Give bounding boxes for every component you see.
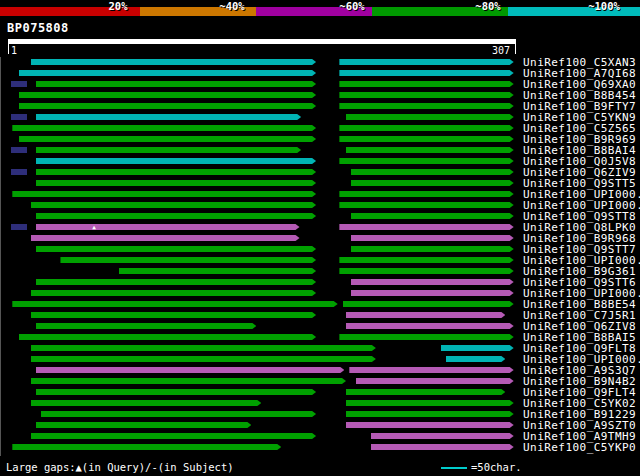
hit-subject-label[interactable]: UniRef100_C5YKP0	[523, 442, 636, 453]
hit-segment[interactable]	[19, 103, 316, 109]
hit-segment[interactable]	[36, 279, 317, 285]
hit-segment[interactable]	[339, 59, 513, 65]
scale-label: ~40%	[219, 0, 244, 12]
hit-segment[interactable]	[36, 224, 300, 230]
hit-segment[interactable]	[339, 334, 513, 340]
hit-segment[interactable]	[351, 169, 514, 175]
hit-segment[interactable]	[339, 191, 513, 197]
hit-segment[interactable]	[339, 92, 513, 98]
hit-segment[interactable]	[349, 367, 513, 373]
hit-segment[interactable]	[31, 312, 317, 318]
hit-segment[interactable]	[339, 125, 513, 131]
hit-segment[interactable]	[346, 422, 514, 428]
hit-segment[interactable]	[31, 433, 317, 439]
hit-segment[interactable]	[12, 301, 337, 307]
hit-segment[interactable]	[36, 213, 317, 219]
scale-label: ~60%	[339, 0, 364, 12]
hit-segment[interactable]	[371, 444, 514, 450]
hit-segment[interactable]	[11, 114, 28, 120]
query-gap-marker-icon: ▲	[92, 224, 96, 230]
hit-segment[interactable]	[11, 147, 28, 153]
hit-segment[interactable]	[31, 290, 317, 296]
hit-segment[interactable]	[371, 433, 514, 439]
hit-segment[interactable]	[339, 158, 513, 164]
hit-segment[interactable]	[31, 345, 376, 351]
hit-segment[interactable]	[41, 411, 317, 417]
hit-segment[interactable]	[346, 411, 514, 417]
hit-segment[interactable]	[19, 92, 316, 98]
hit-segment[interactable]	[339, 103, 513, 109]
hit-segment[interactable]	[351, 180, 514, 186]
hit-segment[interactable]	[36, 246, 317, 252]
hit-segment[interactable]	[36, 114, 302, 120]
hit-segment[interactable]	[339, 136, 513, 142]
hit-segment[interactable]	[36, 147, 302, 153]
hit-segment[interactable]	[31, 400, 262, 406]
hit-segment[interactable]	[339, 257, 513, 263]
query-title: BP075808	[7, 21, 69, 35]
hit-segment[interactable]	[339, 268, 513, 274]
scale-label: ~100%	[588, 0, 620, 12]
hit-segment[interactable]	[351, 246, 514, 252]
hit-segment[interactable]	[31, 378, 346, 384]
hit-segment[interactable]	[12, 444, 281, 450]
identity-scale-labels: 20%~40%~60%~80%~100%	[0, 0, 640, 12]
hit-segment[interactable]	[339, 202, 513, 208]
hit-segment[interactable]	[36, 81, 317, 87]
hit-segment[interactable]	[346, 312, 505, 318]
hit-segment[interactable]	[11, 81, 28, 87]
hit-segment[interactable]	[11, 224, 28, 230]
hit-segment[interactable]	[339, 224, 513, 230]
hit-segment[interactable]	[351, 213, 514, 219]
hit-segment[interactable]	[441, 345, 514, 351]
hit-segment[interactable]	[346, 147, 514, 153]
alignment-plot: UniRef100_C5XAN3UniRef100_A7QI68UniRef10…	[0, 57, 640, 456]
hit-segment[interactable]	[351, 279, 514, 285]
hit-segment[interactable]	[36, 323, 257, 329]
scale-legend-line	[441, 467, 467, 469]
hit-segment[interactable]	[11, 169, 28, 175]
hit-segment[interactable]	[36, 389, 317, 395]
hit-segment[interactable]	[31, 202, 317, 208]
hit-segment[interactable]	[36, 367, 345, 373]
hit-segment[interactable]	[12, 125, 316, 131]
hit-segment[interactable]	[346, 323, 514, 329]
hit-segment[interactable]	[31, 235, 300, 241]
hit-segment[interactable]	[19, 334, 316, 340]
hit-segment[interactable]	[119, 268, 317, 274]
hit-segment[interactable]	[36, 169, 317, 175]
hit-segment[interactable]	[346, 400, 514, 406]
hit-segment[interactable]	[339, 81, 513, 87]
query-start-tick	[8, 44, 9, 54]
hit-segment[interactable]	[19, 70, 316, 76]
hit-segment[interactable]	[446, 356, 506, 362]
gaps-legend-text: Large gaps:▲(in Query)/-(in Subject)	[6, 461, 234, 473]
hit-segment[interactable]	[60, 257, 316, 263]
query-end-label: 307	[492, 45, 510, 56]
hit-segment[interactable]	[36, 180, 317, 186]
scale-label: 20%	[109, 0, 128, 12]
hit-segment[interactable]	[339, 70, 513, 76]
scale-legend-label: =50char.	[471, 461, 522, 473]
hit-segment[interactable]	[356, 378, 514, 384]
query-start-label: 1	[11, 45, 17, 56]
hit-segment[interactable]	[351, 290, 514, 296]
hit-segment[interactable]	[346, 389, 505, 395]
query-end-tick	[515, 44, 516, 54]
hit-segment[interactable]	[346, 114, 514, 120]
scale-label: ~80%	[475, 0, 500, 12]
hit-segment[interactable]	[31, 59, 317, 65]
hit-segment[interactable]	[351, 235, 514, 241]
hit-segment[interactable]	[19, 136, 316, 142]
hit-segment[interactable]	[12, 191, 316, 197]
query-bar	[8, 39, 516, 44]
hit-segment[interactable]	[343, 301, 514, 307]
hit-segment[interactable]	[36, 158, 317, 164]
hit-segment[interactable]	[36, 422, 252, 428]
hit-segment[interactable]	[31, 356, 376, 362]
